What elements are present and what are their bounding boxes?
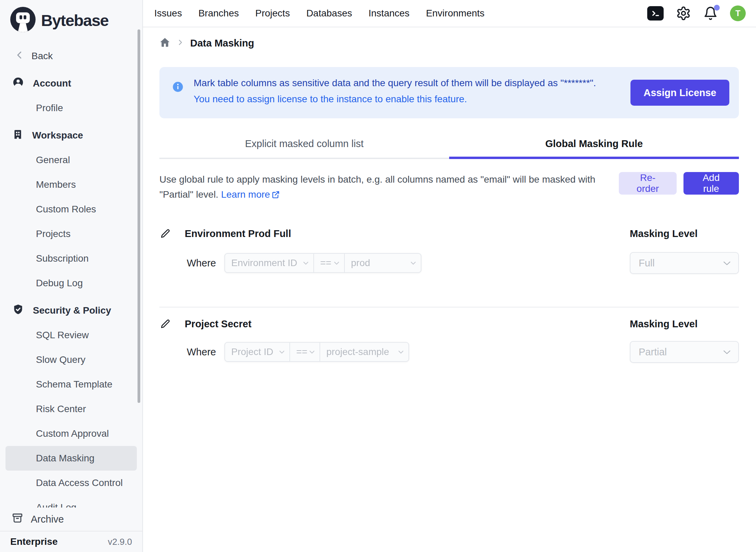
section-label: Account <box>33 78 71 89</box>
rule-condition-row: Where Environment ID == prod Full <box>159 252 739 274</box>
plan-name: Enterprise <box>10 536 58 547</box>
sidebar-item-profile[interactable]: Profile <box>0 96 142 120</box>
top-navigation-bar: Issues Branches Projects Databases Insta… <box>143 0 756 27</box>
sidebar-item-custom-roles[interactable]: Custom Roles <box>0 197 142 222</box>
condition-select-group: Environment ID == prod <box>224 253 421 273</box>
chevron-down-icon <box>722 258 732 268</box>
chevron-down-icon <box>397 348 405 356</box>
where-field-select[interactable]: Project ID <box>224 342 290 362</box>
where-value-select[interactable]: project-sample <box>320 342 409 362</box>
plan-footer: Enterprise v2.9.0 <box>0 531 142 552</box>
sidebar-item-risk-center[interactable]: Risk Center <box>0 397 142 421</box>
where-label: Where <box>187 346 220 358</box>
chevron-left-icon <box>14 50 25 63</box>
add-rule-button[interactable]: Add rule <box>683 172 739 195</box>
info-icon <box>172 81 183 94</box>
rule-header: Environment Prod Full Masking Level <box>159 227 739 240</box>
pencil-icon[interactable] <box>160 228 170 239</box>
masking-level-select[interactable]: Full <box>630 252 739 274</box>
avatar[interactable]: T <box>730 5 746 21</box>
sql-editor-terminal-icon[interactable] <box>647 6 664 21</box>
bell-icon[interactable] <box>703 6 718 21</box>
user-icon <box>12 77 24 91</box>
bytebase-logo[interactable]: Bytebase <box>10 7 108 34</box>
masking-level-label: Masking Level <box>630 318 739 330</box>
nav-item-instances[interactable]: Instances <box>368 8 409 19</box>
sidebar-item-data-masking[interactable]: Data Masking <box>5 446 137 471</box>
rule-divider <box>159 307 739 307</box>
condition-select-group: Project ID == project-sample <box>224 342 409 362</box>
chevron-down-icon <box>722 347 732 357</box>
where-value-select[interactable]: prod <box>344 253 421 273</box>
masking-level-label: Masking Level <box>630 228 739 239</box>
sidebar-scrollbar-thumb[interactable] <box>138 29 140 403</box>
sidebar-item-debug-log[interactable]: Debug Log <box>0 271 142 295</box>
banner-message-line1: Mark table columns as sensitive data and… <box>194 78 626 89</box>
masking-tabs: Explicit masked column list Global Maski… <box>159 138 739 159</box>
rule-condition-row: Where Project ID == project-sample Parti… <box>159 341 739 363</box>
license-banner: Mark table columns as sensitive data and… <box>159 67 739 118</box>
sidebar-section-workspace: Workspace <box>0 123 142 148</box>
rules-description: Use global rule to apply masking levels … <box>159 172 619 203</box>
rules-actions: Re-order Add rule <box>619 172 739 195</box>
top-nav-items: Issues Branches Projects Databases Insta… <box>154 8 484 19</box>
sidebar-section-security-policy: Security & Policy <box>0 298 142 323</box>
shield-check-icon <box>12 304 24 318</box>
masking-rule-project-secret: Project Secret Masking Level Where Proje… <box>159 317 739 363</box>
archive-icon <box>12 512 23 526</box>
gear-icon[interactable] <box>676 6 691 21</box>
page-title: Data Masking <box>190 38 254 49</box>
learn-more-link[interactable]: Learn more <box>221 189 280 200</box>
back-label: Back <box>31 51 53 62</box>
chevron-down-icon <box>409 259 417 267</box>
tab-explicit-masked-column-list[interactable]: Explicit masked column list <box>159 138 449 158</box>
breadcrumb: Data Masking <box>159 37 756 49</box>
sidebar-item-data-access-control[interactable]: Data Access Control <box>0 471 142 495</box>
chevron-down-icon <box>302 259 310 267</box>
sidebar-scroll-area: Back Account Profile Workspace General M… <box>0 0 142 552</box>
bytebase-wordmark: Bytebase <box>41 11 108 30</box>
sidebar-item-subscription[interactable]: Subscription <box>0 246 142 271</box>
banner-message-line2: You need to assign license to the instan… <box>194 94 626 105</box>
sidebar-item-sql-review[interactable]: SQL Review <box>0 323 142 347</box>
home-icon[interactable] <box>159 37 170 49</box>
sidebar-item-projects[interactable]: Projects <box>0 222 142 246</box>
where-field-select[interactable]: Environment ID <box>224 253 314 273</box>
app-window: Bytebase Back Account Profile Works <box>0 0 756 552</box>
tab-global-masking-rule[interactable]: Global Masking Rule <box>449 138 739 158</box>
chevron-down-icon <box>333 259 341 267</box>
archive-label: Archive <box>31 514 64 525</box>
settings-sidebar: Bytebase Back Account Profile Works <box>0 0 143 552</box>
app-version: v2.9.0 <box>108 537 132 547</box>
chevron-right-icon <box>177 39 184 48</box>
rules-header: Use global rule to apply masking levels … <box>159 172 739 203</box>
rule-title: Environment Prod Full <box>185 228 291 239</box>
nav-item-projects[interactable]: Projects <box>255 8 290 19</box>
where-operator-select[interactable]: == <box>313 253 345 273</box>
sidebar-item-custom-approval[interactable]: Custom Approval <box>0 421 142 446</box>
bytebase-logo-icon <box>10 7 36 34</box>
assign-license-button[interactable]: Assign License <box>630 80 729 106</box>
where-operator-select[interactable]: == <box>289 342 320 362</box>
rule-header: Project Secret Masking Level <box>159 317 739 331</box>
chevron-down-icon <box>278 348 286 356</box>
rule-title: Project Secret <box>185 318 251 330</box>
chevron-down-icon <box>308 348 316 356</box>
nav-item-environments[interactable]: Environments <box>426 8 484 19</box>
nav-item-databases[interactable]: Databases <box>306 8 352 19</box>
main-content: Issues Branches Projects Databases Insta… <box>143 0 756 552</box>
sidebar-item-schema-template[interactable]: Schema Template <box>0 372 142 397</box>
sidebar-item-archive[interactable]: Archive <box>0 508 142 531</box>
reorder-button[interactable]: Re-order <box>619 172 676 195</box>
nav-item-branches[interactable]: Branches <box>198 8 239 19</box>
pencil-icon[interactable] <box>160 319 170 329</box>
masking-level-select[interactable]: Partial <box>630 341 739 363</box>
sidebar-item-slow-query[interactable]: Slow Query <box>0 347 142 372</box>
nav-item-issues[interactable]: Issues <box>154 8 182 19</box>
section-label: Workspace <box>32 130 83 141</box>
masking-rule-environment-prod-full: Environment Prod Full Masking Level Wher… <box>159 227 739 274</box>
sidebar-item-general[interactable]: General <box>0 148 142 172</box>
back-button[interactable]: Back <box>0 44 142 68</box>
notification-dot <box>714 5 720 11</box>
sidebar-item-members[interactable]: Members <box>0 172 142 197</box>
